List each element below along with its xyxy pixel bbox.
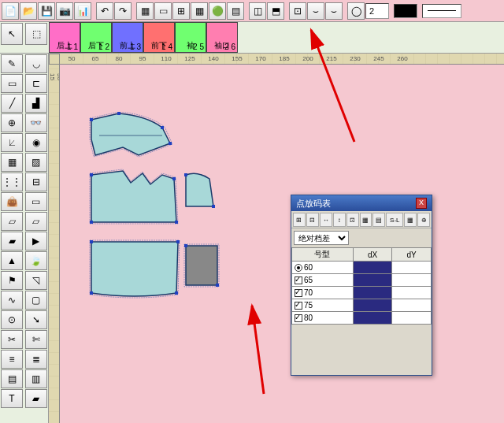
dlg-btn-9[interactable]: ⊕ xyxy=(417,213,430,227)
ruler-corner xyxy=(49,54,60,65)
ruler-vertical: 153045607590105120135150165180195 xyxy=(49,65,60,423)
dlg-btn-4[interactable]: ↕ xyxy=(333,213,346,227)
dlg-btn-8[interactable]: ▦ xyxy=(404,213,417,227)
tool-boot-icon[interactable]: ▟ xyxy=(25,94,47,113)
piece-4[interactable]: 前下1 4 xyxy=(143,22,175,53)
layer-icon[interactable]: ⬒ xyxy=(267,2,284,20)
piece-3[interactable]: 前上1 3 xyxy=(112,22,143,53)
tool-panel2-icon[interactable]: ▭ xyxy=(25,192,47,211)
dlg-btn-2[interactable]: ⊟ xyxy=(306,213,319,227)
tool-corner-icon[interactable]: ◹ xyxy=(25,271,47,290)
tool-shape-icon[interactable]: ▲ xyxy=(1,251,23,270)
pattern-pieces[interactable] xyxy=(83,112,257,348)
tool-point-icon[interactable]: ⊙ xyxy=(1,310,23,329)
color-icon[interactable]: ◯ xyxy=(347,2,365,20)
tool-crop-icon[interactable]: ⊏ xyxy=(25,74,47,93)
tool-line-icon[interactable]: ╱ xyxy=(1,94,23,113)
mark-icon[interactable]: 🟢 xyxy=(209,2,226,20)
new-icon[interactable]: 📄 xyxy=(2,2,19,20)
tool-pattern-icon[interactable]: ▨ xyxy=(25,153,47,172)
tool-dots-icon[interactable]: ⋮⋮ xyxy=(1,173,23,191)
tool-seam-icon[interactable]: ≡ xyxy=(1,350,23,369)
tool-send-icon[interactable]: ▶ xyxy=(25,232,47,250)
grade-table-dialog[interactable]: 点放码表 X ⊞ ⊟ ↔ ↕ ⊡ ▦ ▤ S-L ▦ ⊕ 绝对档差 号型dXdY… xyxy=(291,195,432,376)
list-icon[interactable]: ▤ xyxy=(227,2,244,20)
close-icon[interactable]: X xyxy=(416,198,427,209)
radio-60[interactable] xyxy=(295,264,302,272)
table-icon[interactable]: ▦ xyxy=(136,2,154,20)
select-rect-icon[interactable]: ⬚ xyxy=(25,23,47,45)
tool-pocket-icon[interactable]: ◡ xyxy=(25,54,47,73)
dlg-btn-6[interactable]: ▦ xyxy=(360,213,372,227)
tool-pen-icon[interactable]: ✎ xyxy=(1,54,23,73)
tool-bag-icon[interactable]: 👜 xyxy=(1,192,23,211)
tool-blue-icon[interactable]: ▰ xyxy=(1,232,23,250)
dialog-title-bar[interactable]: 点放码表 X xyxy=(291,195,432,211)
tool-machine-icon[interactable]: ⊟ xyxy=(25,173,47,191)
camera-icon[interactable]: 📷 xyxy=(56,2,73,20)
check-65[interactable] xyxy=(295,276,302,284)
eraser-icon[interactable]: ◫ xyxy=(249,2,266,20)
check-80[interactable] xyxy=(295,314,302,322)
tool-blue2-icon[interactable]: ▰ xyxy=(25,389,47,408)
check-75[interactable] xyxy=(295,302,302,310)
tool-edge-icon[interactable]: ▢ xyxy=(25,291,47,310)
piece-2[interactable]: 后下1 2 xyxy=(80,22,112,53)
tool-leaf-icon[interactable]: 🍃 xyxy=(25,251,47,270)
tool-arrow-icon[interactable]: ➘ xyxy=(25,310,47,329)
svg-rect-11 xyxy=(90,240,93,243)
tool-flag-icon[interactable]: ⚑ xyxy=(1,271,23,290)
number-input[interactable] xyxy=(365,3,389,19)
dlg-btn-3[interactable]: ↔ xyxy=(320,213,332,227)
curve2-icon[interactable]: ⌣ xyxy=(325,2,343,20)
dlg-btn-1[interactable]: ⊞ xyxy=(293,213,306,227)
col-dx: dX xyxy=(353,248,392,262)
tool-button-icon[interactable]: ◉ xyxy=(25,133,47,152)
svg-rect-9 xyxy=(90,221,93,224)
svg-rect-15 xyxy=(184,173,187,176)
ruler-horizontal: 5065809511012514015517018520021523024526… xyxy=(60,54,504,65)
tool-compass-icon[interactable]: ⊕ xyxy=(1,113,23,132)
save-icon[interactable]: 💾 xyxy=(38,2,55,20)
check-70[interactable] xyxy=(295,289,302,297)
tool-layer-icon[interactable]: ▱ xyxy=(1,212,23,231)
tool-grid-icon[interactable]: ▦ xyxy=(1,153,23,172)
dlg-btn-sl[interactable]: S-L xyxy=(386,213,403,227)
dlg-btn-7[interactable]: ▤ xyxy=(372,213,385,227)
tool-cut-icon[interactable]: ✄ xyxy=(25,330,47,349)
piece-5[interactable]: 袖2 5 xyxy=(175,22,206,53)
redo-icon[interactable]: ↷ xyxy=(114,2,132,20)
tool-scissor-icon[interactable]: ✂ xyxy=(1,330,23,349)
canvas[interactable]: 点放码表 X ⊞ ⊟ ↔ ↕ ⊡ ▦ ▤ S-L ▦ ⊕ 绝对档差 号型dXdY… xyxy=(60,65,504,423)
table-row: 80 xyxy=(292,312,432,325)
tool-angle-icon[interactable]: ⟀ xyxy=(1,133,23,152)
color-swatch[interactable] xyxy=(394,4,417,18)
tool-glasses-icon[interactable]: 👓 xyxy=(25,113,47,132)
panel-icon[interactable]: ▭ xyxy=(154,2,172,20)
table-row: 65 xyxy=(292,274,432,287)
grid-icon[interactable]: ▦ xyxy=(191,2,208,20)
dlg-btn-5[interactable]: ⊡ xyxy=(346,213,359,227)
tool-curve-icon[interactable]: ∿ xyxy=(1,291,23,310)
undo-icon[interactable]: ↶ xyxy=(96,2,113,20)
piece-1[interactable]: 后上1 1 xyxy=(49,22,80,53)
window-icon[interactable]: ⊞ xyxy=(172,2,190,20)
tool-note-icon[interactable]: ▱ xyxy=(25,212,47,231)
tool-bars-icon[interactable]: ▥ xyxy=(25,369,47,388)
tool-text-icon[interactable]: T xyxy=(1,389,23,408)
tool-rows-icon[interactable]: ≣ xyxy=(25,350,47,369)
piece-6[interactable]: 袖口2 6 xyxy=(206,22,238,53)
pointer-icon[interactable]: ↖ xyxy=(1,23,23,45)
mode-select[interactable]: 绝对档差 xyxy=(294,231,349,245)
curve1-icon[interactable]: ⌣ xyxy=(307,2,324,20)
chart-icon[interactable]: 📊 xyxy=(74,2,91,20)
svg-rect-3 xyxy=(90,118,93,121)
grade-icon[interactable]: ⊡ xyxy=(289,2,306,20)
dialog-title: 点放码表 xyxy=(296,198,331,210)
tool-stripe-icon[interactable]: ▤ xyxy=(1,369,23,388)
svg-rect-13 xyxy=(90,291,93,295)
open-icon[interactable]: 📂 xyxy=(20,2,37,20)
tool-rect-icon[interactable]: ▭ xyxy=(1,74,23,93)
svg-rect-14 xyxy=(175,291,178,295)
line-style-dropdown[interactable] xyxy=(422,4,461,18)
